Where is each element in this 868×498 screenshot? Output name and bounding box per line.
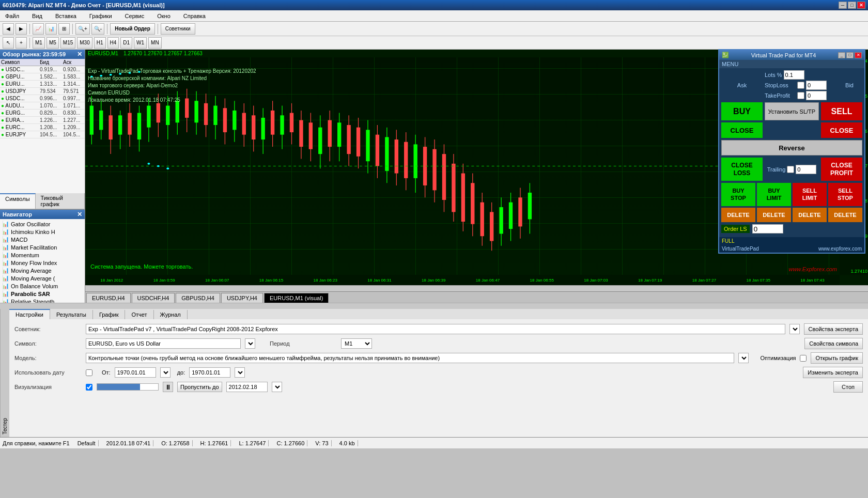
menu-charts[interactable]: Графики <box>87 12 115 20</box>
tb-grid-button[interactable]: ⊞ <box>58 23 70 35</box>
vtp-stoploss-checkbox[interactable] <box>797 82 804 89</box>
tb-chart-type-button[interactable]: 📊 <box>45 23 57 35</box>
market-row[interactable]: ● EURJPY104.5...104.5... <box>0 131 85 138</box>
menu-service[interactable]: Сервис <box>122 12 147 20</box>
vtp-buy-stop-button[interactable]: BUY STOP <box>721 183 755 206</box>
minimize-button[interactable]: ─ <box>839 2 847 9</box>
tf-H4[interactable]: H4 <box>107 37 119 49</box>
tester-label[interactable]: Тестер <box>0 309 9 437</box>
symbol-select[interactable] <box>245 338 255 349</box>
skip-to-button[interactable]: Пропустить до <box>177 382 222 392</box>
nav-item[interactable]: 📊Moving Average <box>1 267 84 274</box>
vtp-delete-2-button[interactable]: DELETE <box>757 208 791 222</box>
nav-item[interactable]: 📊Parabolic SAR <box>1 290 84 298</box>
to-select[interactable] <box>235 367 245 378</box>
menu-help[interactable]: Справка <box>181 12 208 20</box>
tf-W1[interactable]: W1 <box>134 37 147 49</box>
from-input[interactable] <box>115 367 156 378</box>
tf-M30[interactable]: M30 <box>77 37 92 49</box>
tester-tab-results[interactable]: Результаты <box>50 310 93 319</box>
from-select[interactable] <box>160 367 171 378</box>
expert-props-button[interactable]: Свойства эксперта <box>804 323 863 335</box>
crosshair-tool[interactable]: + <box>16 37 27 49</box>
nav-item[interactable]: 📊Market Facilitation <box>1 243 84 251</box>
chart-tab-usdjpy-h4[interactable]: USDJPY,H4 <box>221 293 263 303</box>
skip-date-input[interactable] <box>226 382 268 392</box>
advisors-button[interactable]: Советники <box>161 23 195 35</box>
vtp-takeprofit-checkbox[interactable] <box>797 92 804 99</box>
nav-item[interactable]: 📊Momentum <box>1 251 84 259</box>
vtp-delete-1-button[interactable]: DELETE <box>721 208 755 222</box>
nav-item[interactable]: 📊MACD <box>1 236 84 243</box>
vtp-delete-3-button[interactable]: DELETE <box>793 208 827 222</box>
market-row[interactable]: ● EURU...1.313...1.314... <box>0 81 85 88</box>
tf-M15[interactable]: M15 <box>60 37 75 49</box>
vtp-maximize-btn[interactable]: □ <box>846 52 854 58</box>
navigator-close[interactable]: ✕ <box>77 211 82 218</box>
tb-zoom-in-button[interactable]: 🔍+ <box>75 23 90 35</box>
market-watch-close[interactable]: ✕ <box>77 51 82 58</box>
advisor-input[interactable] <box>86 324 785 334</box>
vtp-set-sltp-button[interactable]: Установить SL/TP <box>765 102 819 120</box>
tab-symbols[interactable]: Символы <box>0 193 36 209</box>
skip-date-select[interactable] <box>272 382 282 392</box>
nav-item[interactable]: 📊On Balance Volum <box>1 282 84 290</box>
vtp-trailing-checkbox[interactable] <box>787 166 794 173</box>
vtp-reverse-button[interactable]: Reverse <box>721 140 862 155</box>
use-date-checkbox[interactable] <box>86 369 92 376</box>
tb-new-chart-button[interactable]: 📈 <box>33 23 44 35</box>
tf-D1[interactable]: D1 <box>120 37 132 49</box>
vtp-stoploss-input[interactable] <box>806 81 827 90</box>
maximize-button[interactable]: □ <box>848 2 856 9</box>
market-row[interactable]: ● EURA...1.226...1.227... <box>0 117 85 124</box>
symbol-input[interactable] <box>86 338 241 349</box>
vtp-takeprofit-input[interactable] <box>806 91 827 100</box>
to-input[interactable] <box>189 367 230 378</box>
vtp-trailing-input[interactable] <box>796 165 816 174</box>
vtp-buy-button[interactable]: BUY <box>721 102 763 120</box>
tb-forward-button[interactable]: ▶ <box>16 23 27 35</box>
vtp-sell-limit-button[interactable]: SELL LIMIT <box>793 183 827 206</box>
model-input[interactable] <box>86 353 734 363</box>
tf-H1[interactable]: H1 <box>94 37 106 49</box>
menu-file[interactable]: Файл <box>3 12 22 20</box>
vtp-close-right-button[interactable]: CLOSE <box>821 122 862 138</box>
market-row[interactable]: ● USDC...0.919...0.920... <box>0 66 85 73</box>
optimization-checkbox[interactable] <box>800 355 807 362</box>
tab-tick-chart[interactable]: Тиковый график <box>36 193 85 209</box>
visual-checkbox[interactable] <box>86 384 92 391</box>
nav-item[interactable]: 📊Relative Strength <box>1 298 84 303</box>
chart-scrollbar[interactable] <box>85 285 868 291</box>
open-chart-button[interactable]: Открыть график <box>811 352 863 364</box>
market-row[interactable]: ● EURG...0.829...0.830... <box>0 110 85 117</box>
model-select[interactable] <box>738 353 749 363</box>
menu-view[interactable]: Вид <box>29 12 45 20</box>
tester-tab-journal[interactable]: Журнал <box>154 310 188 319</box>
new-order-button[interactable]: Новый Ордер <box>110 23 155 35</box>
period-select[interactable]: M1 <box>341 338 372 349</box>
advisor-select[interactable] <box>789 324 800 334</box>
nav-item[interactable]: 📊Moving Average ( <box>1 274 84 282</box>
vtp-close-loss-button[interactable]: CLOSE LOSS <box>721 158 763 181</box>
vtp-order-ls-input[interactable] <box>752 224 783 234</box>
nav-item[interactable]: 📊Money Flow Index <box>1 259 84 267</box>
tb-back-button[interactable]: ◀ <box>3 23 14 35</box>
menu-insert[interactable]: Вставка <box>53 12 79 20</box>
tester-tab-settings[interactable]: Настройки <box>9 309 50 319</box>
vtp-buy-limit-button[interactable]: BUY LIMIT <box>757 183 791 206</box>
nav-item[interactable]: 📊Gator Oscillator <box>1 220 84 228</box>
chart-tab-usdchf-h4[interactable]: USDCHF,H4 <box>132 293 175 303</box>
tester-tab-chart[interactable]: График <box>93 310 126 319</box>
chart-tab-eurusd-m1[interactable]: EURUSD,M1 (visual) <box>264 293 329 303</box>
horizontal-scrollbar[interactable] <box>0 303 868 309</box>
cursor-tool[interactable]: ↖ <box>3 37 14 49</box>
market-row[interactable]: ● GBPU...1.582...1.583... <box>0 73 85 81</box>
vtp-sell-button[interactable]: SELL <box>821 102 862 120</box>
tf-MN[interactable]: MN <box>148 37 162 49</box>
vtp-lots-input[interactable] <box>784 70 804 80</box>
change-expert-button[interactable]: Изменить эксперта <box>803 367 863 378</box>
vtp-minimize-btn[interactable]: _ <box>838 52 845 58</box>
chart-tab-eurusd-h4[interactable]: EURUSD,H4 <box>86 293 131 303</box>
chart-tab-gbpusd-h4[interactable]: GBPUSD,H4 <box>176 293 220 303</box>
vtp-close-profit-button[interactable]: CLOSE PROFIT <box>821 158 862 181</box>
